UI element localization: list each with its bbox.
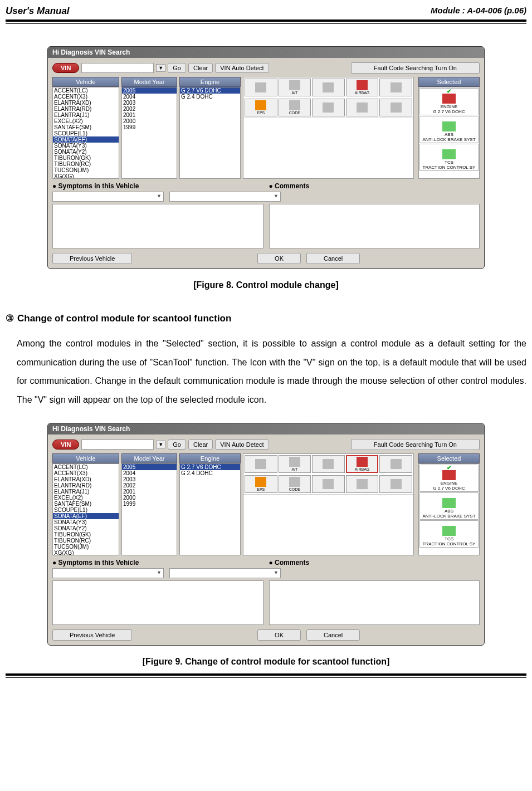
year-listbox-2[interactable]: 2005200420032002200120001999 [121,463,177,555]
fault-search-button[interactable]: Fault Code Searching Turn On [351,62,480,74]
system-icon[interactable] [346,99,379,116]
list-item[interactable]: EXCEL(X2) [53,495,119,501]
list-item[interactable]: TIBURON(RC) [53,538,119,544]
list-item[interactable]: SONATA(Y2) [53,149,119,155]
list-item[interactable]: TUCSON(JM) [53,544,119,550]
symptoms-dropdown-2[interactable] [169,192,281,202]
vin-input-2[interactable] [81,440,154,450]
list-item[interactable]: SONATA(Y3) [53,519,119,525]
system-icon[interactable]: EPS [245,475,277,493]
selected-item[interactable]: TCSTRACTION CONTROL SY [419,520,479,548]
list-item[interactable]: G 2.4 DOHC [180,470,240,476]
system-icon[interactable]: AIRBAG [346,455,379,473]
list-item[interactable]: 1999 [122,124,177,130]
system-icon[interactable] [312,79,345,96]
list-item[interactable]: SANTAFE(SM) [53,124,119,130]
list-item[interactable]: 2001 [122,489,177,495]
list-item[interactable]: SCOUPE(L1) [53,507,119,513]
list-item[interactable]: SCOUPE(L1) [53,130,119,136]
system-icon[interactable] [379,475,412,493]
system-icon[interactable]: CODE [279,475,311,493]
list-item[interactable]: 2002 [122,106,177,112]
list-item[interactable]: ACCENT(X3) [53,94,119,100]
autodetect-button-2[interactable]: VIN Auto Detect [215,440,269,450]
symptoms-dropdown-2b[interactable] [169,568,281,578]
symptoms-dropdown-1b[interactable] [52,568,164,578]
vehicle-listbox[interactable]: ACCENT(LC)ACCENT(X3)ELANTRA(XD)ELANTRA(R… [52,87,119,179]
system-icon[interactable] [346,475,379,493]
list-item[interactable]: ELANTRA(RD) [53,106,119,112]
system-icon[interactable] [245,455,277,473]
selected-item[interactable]: TCSTRACTION CONTROL SY [419,144,479,171]
list-item[interactable]: 2004 [122,94,177,100]
engine-listbox[interactable]: G 2.7 V6 DOHCG 2.4 DOHC [179,87,241,179]
system-icon[interactable] [245,79,277,96]
list-item[interactable]: G 2.4 DOHC [180,94,240,100]
list-item[interactable]: 2000 [122,495,177,501]
system-icon[interactable] [379,99,412,116]
list-item[interactable]: TIBURON(GK) [53,155,119,161]
comments-textarea[interactable] [269,204,480,248]
list-item[interactable]: 2003 [122,476,177,482]
list-item[interactable]: XG(XG) [53,550,119,555]
list-item[interactable]: ACCENT(LC) [53,464,119,470]
selected-listbox[interactable]: ✔ENGINEG 2.7 V6 DOHCABSANTI-LOCK BRAKE S… [418,87,480,179]
list-item[interactable]: ELANTRA(RD) [53,482,119,489]
symptoms-dropdown-1[interactable] [52,192,164,202]
vin-button[interactable]: VIN [52,63,79,73]
go-button-2[interactable]: Go [168,440,186,450]
vehicle-listbox-2[interactable]: ACCENT(LC)ACCENT(X3)ELANTRA(XD)ELANTRA(R… [52,463,119,555]
list-item[interactable]: ACCENT(LC) [53,87,119,94]
list-item[interactable]: 2005 [122,87,177,94]
vin-dropdown-icon[interactable]: ▼ [156,64,165,72]
list-item[interactable]: ACCENT(X3) [53,470,119,476]
system-icon[interactable]: EPS [245,99,277,116]
cancel-button[interactable]: Cancel [306,253,360,264]
system-icon[interactable] [312,455,345,473]
system-icon[interactable]: CODE [279,99,311,116]
list-item[interactable]: 2000 [122,118,177,124]
list-item[interactable]: SONATA(EF) [53,513,119,519]
system-icon[interactable] [312,475,345,493]
list-item[interactable]: G 2.7 V6 DOHC [180,87,240,94]
list-item[interactable]: ELANTRA(XD) [53,476,119,482]
selected-item[interactable]: ✔ENGINEG 2.7 V6 DOHC [419,88,479,115]
cancel-button-2[interactable]: Cancel [306,629,360,641]
list-item[interactable]: 2005 [122,464,177,470]
system-icon[interactable] [379,455,412,473]
fault-search-button-2[interactable]: Fault Code Searching Turn On [351,439,480,450]
list-item[interactable]: SONATA(Y2) [53,525,119,531]
selected-item[interactable]: ABSANTI-LOCK BRAKE SYST [419,492,479,520]
list-item[interactable]: 2001 [122,112,177,118]
comments-textarea-2[interactable] [269,580,480,625]
autodetect-button[interactable]: VIN Auto Detect [215,63,269,73]
vin-button-2[interactable]: VIN [52,440,79,450]
list-item[interactable]: EXCEL(X2) [53,118,119,124]
list-item[interactable]: TIBURON(RC) [53,161,119,167]
system-icon[interactable] [379,79,412,96]
previous-vehicle-button-2[interactable]: Previous Vehicle [52,629,132,641]
selected-item[interactable]: ABSANTI-LOCK BRAKE SYST [419,116,479,143]
engine-listbox-2[interactable]: G 2.7 V6 DOHCG 2.4 DOHC [179,463,241,555]
vin-input[interactable] [81,63,154,73]
system-icon[interactable] [312,99,345,116]
list-item[interactable]: ELANTRA(J1) [53,112,119,118]
symptoms-textarea[interactable] [52,204,263,248]
system-icon[interactable]: AIRBAG [346,79,379,96]
system-icon[interactable]: A/T [279,455,311,473]
selected-item[interactable]: ✔ENGINEG 2.7 V6 DOHC [419,465,479,492]
list-item[interactable]: ELANTRA(J1) [53,489,119,495]
list-item[interactable]: ELANTRA(XD) [53,100,119,106]
list-item[interactable]: TIBURON(GK) [53,531,119,538]
symptoms-textarea-2[interactable] [52,580,263,625]
list-item[interactable]: 2003 [122,100,177,106]
list-item[interactable]: 2002 [122,482,177,489]
clear-button[interactable]: Clear [188,63,213,73]
selected-listbox-2[interactable]: ✔ENGINEG 2.7 V6 DOHCABSANTI-LOCK BRAKE S… [418,463,480,555]
previous-vehicle-button[interactable]: Previous Vehicle [52,253,132,264]
list-item[interactable]: TUCSON(JM) [53,167,119,173]
system-icon[interactable]: A/T [279,79,311,96]
ok-button[interactable]: OK [257,253,301,264]
list-item[interactable]: 1999 [122,501,177,507]
clear-button-2[interactable]: Clear [188,440,213,450]
